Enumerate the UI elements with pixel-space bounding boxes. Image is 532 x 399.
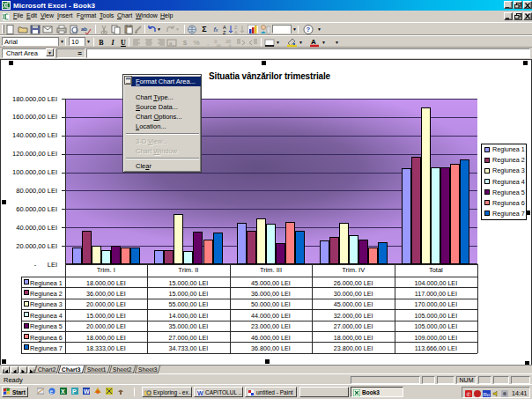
svg-text:A: A — [234, 30, 238, 34]
svg-text:?: ? — [307, 26, 311, 33]
svg-text:W: W — [84, 388, 90, 395]
svg-text:e: e — [50, 388, 54, 395]
svg-text:Ro: Ro — [484, 392, 491, 397]
svg-text:X: X — [61, 388, 65, 395]
svg-text:✆: ✆ — [467, 392, 471, 397]
svg-text:W: W — [197, 390, 203, 396]
svg-text:P: P — [72, 388, 77, 395]
svg-text:ab: ab — [81, 26, 87, 32]
svg-text:Z: Z — [223, 30, 226, 34]
svg-text:A: A — [311, 38, 316, 46]
svg-text:a: a — [169, 41, 173, 46]
